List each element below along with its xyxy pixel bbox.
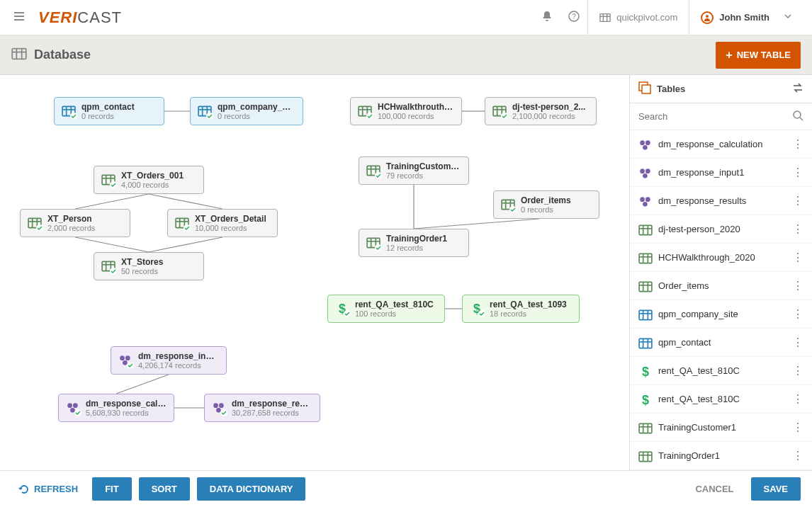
table-icon bbox=[101, 173, 115, 187]
tables-list[interactable]: dm_response_calculation⋮dm_response_inpu… bbox=[630, 130, 812, 470]
user-menu[interactable]: John Smith bbox=[689, 0, 803, 35]
node-subtitle: 18 records bbox=[490, 309, 567, 318]
table-icon bbox=[358, 104, 372, 118]
table-item[interactable]: qpm_contact⋮ bbox=[630, 329, 812, 357]
more-icon[interactable]: ⋮ bbox=[792, 336, 803, 349]
node-title: dm_response_results bbox=[232, 399, 312, 409]
table-item[interactable]: TrainingOrder1⋮ bbox=[630, 442, 812, 470]
node-HCHwalkthrouth_20[interactable]: HCHwalkthrouth_20...100,000 records bbox=[350, 97, 462, 125]
sort-button[interactable]: SORT bbox=[139, 477, 190, 501]
more-icon[interactable]: ⋮ bbox=[792, 364, 803, 377]
table-item[interactable]: TrainingCustomer1⋮ bbox=[630, 414, 812, 442]
table-item[interactable]: $rent_QA_test_810C⋮ bbox=[630, 357, 812, 385]
canvas[interactable]: qpm_contact0 recordsqpm_company_site0 re… bbox=[0, 75, 629, 470]
more-icon[interactable]: ⋮ bbox=[792, 279, 803, 292]
node-dm_results[interactable]: dm_response_results30,287,658 records bbox=[204, 394, 320, 422]
node-subtitle: 2,100,000 records bbox=[512, 112, 585, 120]
user-name: John Smith bbox=[719, 12, 769, 23]
node-TrainingCustomer1[interactable]: TrainingCustomer179 records bbox=[359, 156, 469, 185]
table-icon bbox=[638, 280, 651, 292]
node-dj_test_person_2[interactable]: dj-test-person_2...2,100,000 records bbox=[485, 97, 597, 125]
svg-text:$: $ bbox=[642, 393, 649, 407]
node-rent_810C[interactable]: $rent_QA_test_810C100 records bbox=[327, 295, 445, 323]
refresh-label: REFRESH bbox=[34, 484, 78, 494]
node-title: XT_Person bbox=[47, 214, 95, 224]
node-qpm_company_site[interactable]: qpm_company_site0 records bbox=[190, 97, 303, 125]
dollar-icon: $ bbox=[470, 302, 484, 316]
table-blue-icon bbox=[638, 308, 651, 321]
menu-icon[interactable] bbox=[9, 6, 30, 29]
logo: VERICAST bbox=[38, 8, 122, 27]
table-item[interactable]: dj-test-person_2020⋮ bbox=[630, 215, 812, 244]
node-subtitle: 0 records bbox=[218, 112, 295, 120]
node-dm_input1[interactable]: dm_response_input14,206,174 records bbox=[111, 346, 227, 375]
save-button[interactable]: SAVE bbox=[751, 477, 801, 501]
table-icon bbox=[638, 450, 651, 462]
node-title: XT_Stores bbox=[121, 257, 163, 267]
node-title: qpm_contact bbox=[81, 102, 135, 112]
refresh-button[interactable]: REFRESH bbox=[11, 478, 85, 501]
more-icon[interactable]: ⋮ bbox=[792, 307, 803, 321]
node-rent_1093[interactable]: $rent_QA_test_109318 records bbox=[462, 295, 580, 323]
node-qpm_contact[interactable]: qpm_contact0 records bbox=[54, 97, 164, 125]
node-XT_Orders_Detail[interactable]: XT_Orders_Detail10,000 records bbox=[167, 209, 278, 237]
table-icon bbox=[501, 198, 515, 212]
search-row bbox=[630, 103, 812, 130]
node-TrainingOrder1[interactable]: TrainingOrder112 records bbox=[359, 229, 469, 257]
node-subtitle: 30,287,658 records bbox=[232, 409, 312, 417]
cancel-button[interactable]: CANCEL bbox=[685, 478, 743, 500]
cubes-icon bbox=[638, 166, 651, 179]
node-subtitle: 79 records bbox=[386, 171, 461, 180]
tables-icon bbox=[638, 81, 651, 96]
node-dm_calc[interactable]: dm_response_calcula...5,608,930 records bbox=[58, 394, 174, 422]
more-icon[interactable]: ⋮ bbox=[792, 166, 803, 179]
node-XT_Orders_001[interactable]: XT_Orders_0014,000 records bbox=[94, 166, 204, 194]
table-item-label: qpm_company_site bbox=[658, 309, 792, 319]
table-icon bbox=[62, 104, 76, 118]
more-icon[interactable]: ⋮ bbox=[792, 251, 803, 264]
node-XT_Stores[interactable]: XT_Stores50 records bbox=[94, 252, 204, 280]
table-item-label: dj-test-person_2020 bbox=[658, 224, 792, 234]
table-item[interactable]: qpm_company_site⋮ bbox=[630, 300, 812, 329]
main-area: qpm_contact0 recordsqpm_company_site0 re… bbox=[0, 75, 812, 470]
node-title: dm_response_input1 bbox=[138, 351, 219, 361]
cubes-icon bbox=[638, 195, 651, 207]
sub-header: Database + NEW TABLE bbox=[0, 35, 812, 75]
table-item[interactable]: HCHWalkthrough_2020⋮ bbox=[630, 244, 812, 272]
node-title: dj-test-person_2... bbox=[512, 102, 585, 112]
table-item-label: rent_QA_test_810C bbox=[658, 365, 792, 376]
node-subtitle: 0 records bbox=[81, 112, 135, 120]
table-item-label: rent_QA_test_810C bbox=[658, 394, 792, 404]
node-subtitle: 2,000 records bbox=[47, 224, 95, 232]
more-icon[interactable]: ⋮ bbox=[792, 194, 803, 207]
help-icon[interactable]: ? bbox=[560, 6, 587, 29]
new-table-button[interactable]: + NEW TABLE bbox=[716, 42, 801, 69]
more-icon[interactable]: ⋮ bbox=[792, 222, 803, 236]
table-item[interactable]: dm_response_calculation⋮ bbox=[630, 130, 812, 159]
table-item[interactable]: dm_response_input1⋮ bbox=[630, 159, 812, 187]
data-dictionary-button[interactable]: DATA DICTIONARY bbox=[197, 477, 306, 501]
fit-button[interactable]: FIT bbox=[92, 477, 132, 501]
svg-rect-25 bbox=[642, 85, 650, 93]
notifications-icon[interactable] bbox=[534, 6, 560, 29]
table-icon bbox=[28, 216, 42, 230]
search-icon[interactable] bbox=[792, 110, 803, 123]
table-icon bbox=[101, 259, 115, 273]
node-subtitle: 10,000 records bbox=[195, 224, 266, 232]
node-Order_items[interactable]: Order_items0 records bbox=[493, 190, 599, 219]
table-item[interactable]: dm_response_results⋮ bbox=[630, 187, 812, 215]
org-selector[interactable]: quickpivot.com bbox=[587, 0, 689, 35]
table-item[interactable]: Order_items⋮ bbox=[630, 272, 812, 300]
more-icon[interactable]: ⋮ bbox=[792, 137, 803, 151]
more-icon[interactable]: ⋮ bbox=[792, 392, 803, 406]
more-icon[interactable]: ⋮ bbox=[792, 421, 803, 434]
table-item-label: TrainingCustomer1 bbox=[658, 422, 792, 433]
search-input[interactable] bbox=[638, 111, 792, 122]
node-XT_Person[interactable]: XT_Person2,000 records bbox=[20, 209, 130, 237]
table-item[interactable]: $rent_QA_test_810C⋮ bbox=[630, 385, 812, 414]
swap-icon[interactable] bbox=[792, 82, 803, 96]
plus-icon: + bbox=[726, 49, 732, 62]
new-table-label: NEW TABLE bbox=[737, 50, 791, 60]
more-icon[interactable]: ⋮ bbox=[792, 449, 803, 462]
table-icon bbox=[492, 104, 507, 118]
